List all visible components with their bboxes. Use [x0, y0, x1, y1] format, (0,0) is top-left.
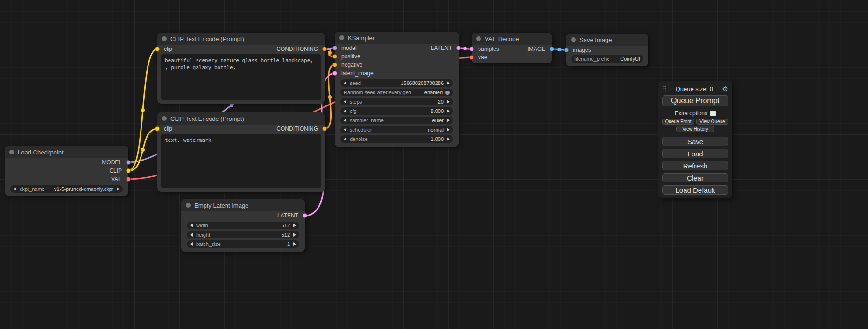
node-save-image[interactable]: Save Image images filename_prefix ComfyU… [566, 34, 648, 66]
collapse-toggle-icon[interactable] [9, 150, 14, 154]
slot-dot-conditioning-output[interactable] [322, 47, 327, 51]
drag-handle-icon[interactable] [662, 85, 666, 92]
widget-filename-prefix[interactable]: filename_prefix ComfyUI [571, 55, 643, 63]
node-empty-latent-image[interactable]: Empty Latent Image LATENT width 512 heig… [181, 199, 305, 252]
slot-dot-positive-input[interactable] [332, 54, 337, 59]
slot-dot-model-input[interactable] [332, 46, 337, 50]
next-value-icon[interactable] [293, 224, 296, 227]
widget-steps[interactable]: steps 20 [340, 98, 453, 105]
node-title-bar[interactable]: Save Image [566, 34, 648, 46]
collapse-toggle-icon[interactable] [476, 36, 481, 41]
next-value-icon[interactable] [447, 100, 450, 104]
slot-row-clip-conditioning: clip CONDITIONING [157, 125, 325, 133]
load-button[interactable]: Load [662, 149, 728, 158]
link-midpoint-image[interactable] [557, 48, 561, 51]
node-title-bar[interactable]: CLIP Text Encode (Prompt) [157, 33, 325, 45]
slot-row-latent: LATENT [181, 211, 305, 220]
node-title: Empty Latent Image [194, 202, 248, 209]
slot-dot-clip-input[interactable] [155, 47, 160, 51]
node-title: Load Checkpoint [18, 149, 64, 156]
node-title-bar[interactable]: CLIP Text Encode (Prompt) [157, 112, 325, 125]
prev-value-icon[interactable] [344, 128, 346, 132]
widget-height[interactable]: height 512 [187, 231, 299, 238]
node-vae-decode[interactable]: VAE Decode samples IMAGE vae [472, 33, 552, 63]
queue-prompt-button[interactable]: Queue Prompt [662, 95, 728, 106]
slot-dot-latent-output[interactable] [303, 213, 307, 218]
slot-dot-samples-input[interactable] [469, 47, 474, 51]
prev-value-icon[interactable] [344, 109, 346, 113]
slot-dot-latent-image-input[interactable] [332, 71, 337, 76]
extra-options-checkbox[interactable] [710, 111, 716, 116]
collapse-toggle-icon[interactable] [339, 35, 344, 40]
widget-ckpt-name[interactable]: ckpt_name v1-5-pruned-emaonly.ckpt [10, 185, 123, 193]
node-title-bar[interactable]: Empty Latent Image [181, 199, 305, 211]
link-midpoint-clip-negative[interactable] [141, 148, 145, 152]
collapse-toggle-icon[interactable] [186, 203, 191, 208]
next-value-icon[interactable] [447, 81, 450, 85]
node-load-checkpoint[interactable]: Load Checkpoint MODEL CLIP VAE ckpt_name… [5, 146, 128, 196]
widget-denoise[interactable]: denoise 1.000 [340, 135, 453, 143]
node-title-bar[interactable]: Load Checkpoint [5, 146, 128, 158]
slot-dot-vae-input[interactable] [469, 55, 474, 60]
prev-value-icon[interactable] [344, 119, 346, 122]
widget-seed[interactable]: seed 156680208700286 [340, 79, 453, 87]
next-value-icon[interactable] [447, 119, 450, 122]
next-value-icon[interactable] [293, 242, 296, 246]
collapse-toggle-icon[interactable] [162, 116, 167, 121]
refresh-button[interactable]: Refresh [662, 161, 728, 170]
link-midpoint-clip-positive[interactable] [141, 108, 145, 112]
graph-canvas[interactable]: Load Checkpoint MODEL CLIP VAE ckpt_name… [0, 0, 868, 329]
negative-prompt-textarea[interactable]: text, watermark [161, 134, 321, 188]
menu-header: Queue size: 0 ⚙ [662, 85, 728, 92]
slot-dot-latent-output[interactable] [456, 46, 461, 50]
slot-dot-images-input[interactable] [564, 48, 569, 52]
widget-scheduler[interactable]: scheduler normal [340, 126, 453, 133]
link-midpoint-negative[interactable] [328, 95, 332, 99]
slot-dot-vae-output[interactable] [126, 177, 131, 182]
widget-batch-size[interactable]: batch_size 1 [187, 240, 299, 248]
slot-dot-clip-output[interactable] [126, 168, 131, 173]
toggle-knob-icon[interactable] [445, 91, 450, 95]
collapse-toggle-icon[interactable] [571, 37, 576, 42]
settings-gear-icon[interactable]: ⚙ [722, 85, 728, 92]
collapse-toggle-icon[interactable] [162, 36, 167, 41]
link-midpoint-samples[interactable] [463, 47, 467, 50]
next-value-icon[interactable] [447, 137, 450, 141]
next-value-icon[interactable] [447, 109, 450, 113]
link-midpoint-model[interactable] [230, 104, 233, 107]
node-ksampler[interactable]: KSampler model LATENT positive negative … [335, 32, 459, 147]
slot-dot-clip-input[interactable] [155, 126, 160, 131]
node-title-bar[interactable]: KSampler [335, 32, 459, 44]
prev-value-icon[interactable] [344, 137, 346, 141]
view-history-button[interactable]: View History [676, 126, 714, 132]
prev-value-icon[interactable] [190, 224, 193, 227]
slot-dot-negative-input[interactable] [332, 63, 337, 67]
widget-cfg[interactable]: cfg 8.000 [340, 107, 453, 115]
widget-random-seed-toggle[interactable]: Random seed after every gen enabled [340, 89, 453, 96]
save-button[interactable]: Save [662, 137, 728, 146]
slot-dot-model-output[interactable] [126, 160, 131, 165]
node-clip-text-encode-negative[interactable]: CLIP Text Encode (Prompt) clip CONDITION… [157, 112, 325, 192]
link-midpoint-positive[interactable] [328, 51, 332, 55]
prev-value-icon[interactable] [190, 242, 193, 246]
slot-dot-image-output[interactable] [550, 47, 554, 51]
comfy-menu-panel: Queue size: 0 ⚙ Queue Prompt Extra optio… [658, 81, 732, 198]
clear-button[interactable]: Clear [662, 173, 728, 182]
slot-row-negative: negative [335, 61, 459, 69]
prev-value-icon[interactable] [190, 233, 193, 237]
next-value-icon[interactable] [117, 187, 120, 191]
prev-value-icon[interactable] [344, 100, 346, 104]
queue-front-button[interactable]: Queue Front [662, 119, 694, 125]
positive-prompt-textarea[interactable]: beautiful scenery nature glass bottle la… [161, 54, 321, 100]
node-title-bar[interactable]: VAE Decode [472, 33, 552, 45]
widget-sampler-name[interactable]: sampler_name euler [340, 117, 453, 124]
next-value-icon[interactable] [293, 233, 296, 237]
view-queue-button[interactable]: View Queue [696, 119, 728, 125]
slot-dot-conditioning-output[interactable] [322, 126, 327, 131]
prev-value-icon[interactable] [344, 81, 346, 85]
next-value-icon[interactable] [447, 128, 450, 132]
node-clip-text-encode-positive[interactable]: CLIP Text Encode (Prompt) clip CONDITION… [157, 33, 325, 104]
prev-value-icon[interactable] [14, 187, 16, 191]
load-default-button[interactable]: Load Default [662, 185, 728, 195]
widget-width[interactable]: width 512 [187, 222, 299, 229]
